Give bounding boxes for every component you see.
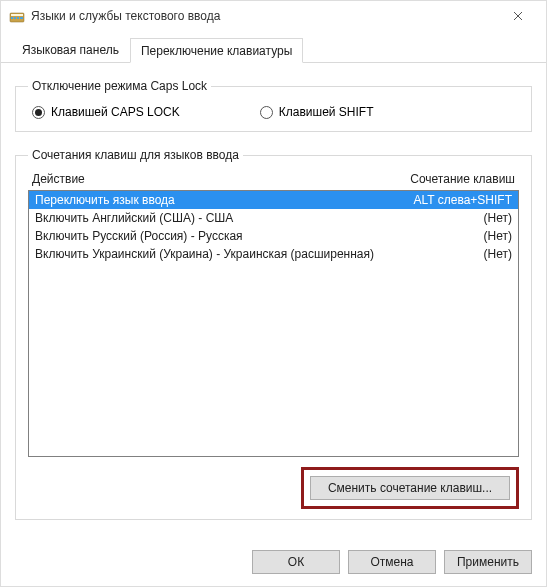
close-button[interactable] bbox=[498, 2, 538, 30]
hotkeys-legend: Сочетания клавиш для языков ввода bbox=[28, 148, 243, 162]
list-item[interactable]: Включить Английский (США) - США (Нет) bbox=[29, 209, 518, 227]
radio-dot-icon bbox=[32, 106, 45, 119]
svg-rect-4 bbox=[17, 17, 19, 19]
list-item-combo: (Нет) bbox=[392, 211, 512, 225]
list-item-action: Включить Русский (Россия) - Русская bbox=[35, 229, 392, 243]
apply-button[interactable]: Применить bbox=[444, 550, 532, 574]
svg-rect-2 bbox=[11, 17, 13, 19]
tabbar: Языковая панель Переключение клавиатуры bbox=[1, 31, 546, 63]
radio-shift-label: Клавишей SHIFT bbox=[279, 105, 374, 119]
titlebar: Языки и службы текстового ввода bbox=[1, 1, 546, 31]
capslock-options: Клавишей CAPS LOCK Клавишей SHIFT bbox=[28, 101, 519, 121]
ok-button[interactable]: ОК bbox=[252, 550, 340, 574]
tab-language-panel[interactable]: Языковая панель bbox=[11, 37, 130, 62]
hotkeys-content: Действие Сочетание клавиш Переключить яз… bbox=[28, 170, 519, 509]
svg-rect-5 bbox=[20, 17, 23, 19]
list-item-combo: (Нет) bbox=[392, 247, 512, 261]
svg-rect-3 bbox=[14, 17, 16, 19]
list-item-combo: ALT слева+SHIFT bbox=[392, 193, 512, 207]
cancel-button[interactable]: Отмена bbox=[348, 550, 436, 574]
radio-capslock-label: Клавишей CAPS LOCK bbox=[51, 105, 180, 119]
list-item[interactable]: Переключить язык ввода ALT слева+SHIFT bbox=[29, 191, 518, 209]
radio-capslock[interactable]: Клавишей CAPS LOCK bbox=[32, 105, 180, 119]
list-item-combo: (Нет) bbox=[392, 229, 512, 243]
list-item-action: Включить Английский (США) - США bbox=[35, 211, 392, 225]
radio-empty-icon bbox=[260, 106, 273, 119]
dialog-window: Языки и службы текстового ввода Языковая… bbox=[0, 0, 547, 587]
hotkeys-group: Сочетания клавиш для языков ввода Действ… bbox=[15, 148, 532, 520]
capslock-legend: Отключение режима Caps Lock bbox=[28, 79, 211, 93]
app-icon bbox=[9, 8, 25, 24]
dialog-footer: ОК Отмена Применить bbox=[1, 540, 546, 586]
header-action: Действие bbox=[32, 172, 410, 186]
radio-shift[interactable]: Клавишей SHIFT bbox=[260, 105, 374, 119]
change-hotkey-button[interactable]: Сменить сочетание клавиш... bbox=[310, 476, 510, 500]
tab-keyboard-switching[interactable]: Переключение клавиатуры bbox=[130, 38, 303, 63]
list-header-row: Действие Сочетание клавиш bbox=[28, 170, 519, 190]
highlight-box: Сменить сочетание клавиш... bbox=[301, 467, 519, 509]
hotkeys-listbox[interactable]: Переключить язык ввода ALT слева+SHIFT В… bbox=[28, 190, 519, 457]
svg-rect-1 bbox=[11, 14, 23, 16]
list-item-action: Переключить язык ввода bbox=[35, 193, 392, 207]
list-item[interactable]: Включить Русский (Россия) - Русская (Нет… bbox=[29, 227, 518, 245]
list-item-action: Включить Украинский (Украина) - Украинск… bbox=[35, 247, 392, 261]
capslock-group: Отключение режима Caps Lock Клавишей CAP… bbox=[15, 79, 532, 132]
titlebar-title: Языки и службы текстового ввода bbox=[31, 9, 498, 23]
tab-content: Отключение режима Caps Lock Клавишей CAP… bbox=[1, 63, 546, 540]
change-button-wrap: Сменить сочетание клавиш... bbox=[28, 467, 519, 509]
header-combo: Сочетание клавиш bbox=[410, 172, 515, 186]
list-item[interactable]: Включить Украинский (Украина) - Украинск… bbox=[29, 245, 518, 263]
